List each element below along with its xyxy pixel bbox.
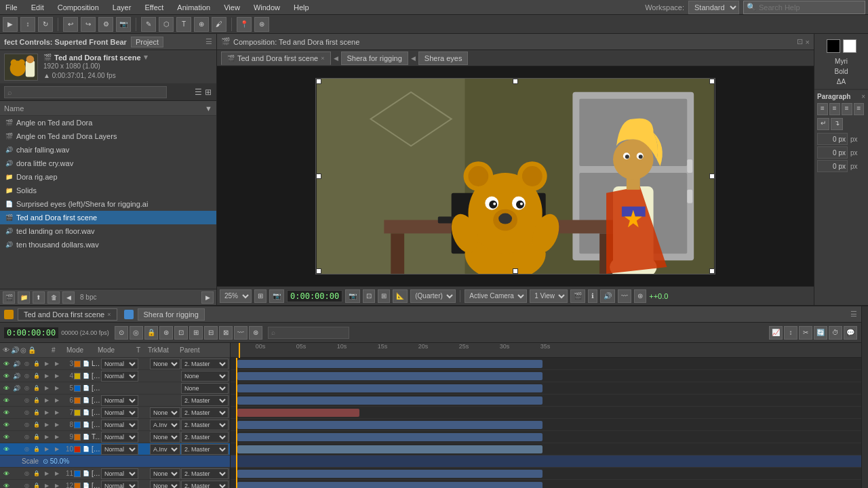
layer-solo-btn[interactable]: ◎ xyxy=(22,396,31,405)
layer-row[interactable]: 👁 🔊 ◎ 🔒 ▶ ▶ 5 📄 [chair falling.wav] None xyxy=(0,382,230,394)
indent-after-input[interactable] xyxy=(817,146,848,159)
handle-l[interactable] xyxy=(316,174,321,179)
layer-expand-btn[interactable]: ▶ xyxy=(42,469,52,479)
tc-motion-btn[interactable]: 〰 xyxy=(234,326,248,340)
layer-expand-btn[interactable]: ▶ xyxy=(42,481,52,489)
layer-eye-btn[interactable]: 👁 xyxy=(1,469,11,479)
fit-to-screen-btn[interactable]: ⊞ xyxy=(254,289,267,303)
layer-color[interactable] xyxy=(74,361,81,367)
layer-parent-select[interactable]: 2. Master xyxy=(181,359,229,369)
menu-layer[interactable]: Layer xyxy=(110,2,134,13)
layer-shy-btn[interactable]: ▶ xyxy=(52,359,62,369)
background-swatch[interactable] xyxy=(843,39,856,53)
layer-expand-btn[interactable]: ▶ xyxy=(42,408,52,418)
layer-audio-btn[interactable] xyxy=(12,469,21,479)
grid-btn[interactable]: ⊞ xyxy=(378,289,390,303)
handle-tr[interactable] xyxy=(709,79,715,84)
text-align-icon[interactable]: ΔA xyxy=(834,77,848,86)
prev-btn[interactable]: ◀ xyxy=(62,291,75,304)
timeline-tracks[interactable]: 00s 05s 10s 15s 20s 25s 30s 35s xyxy=(231,343,861,488)
layer-audio-btn[interactable]: 🔊 xyxy=(12,359,21,369)
tab-shera-eyes[interactable]: Shera eyes xyxy=(418,52,469,65)
track-row[interactable] xyxy=(231,419,861,431)
layer-eye-btn[interactable]: 👁 xyxy=(1,445,11,454)
layer-expand-btn[interactable]: ▶ xyxy=(42,420,52,430)
guides-btn[interactable]: 📐 xyxy=(393,289,408,303)
menu-composition[interactable]: Composition xyxy=(55,2,102,13)
tc-blend-btn[interactable]: ⊟ xyxy=(204,326,218,340)
list-item[interactable]: 🎬 Angle on Ted and Dora xyxy=(0,116,216,129)
layer-mode-select[interactable]: Normal xyxy=(101,420,138,430)
tool-text[interactable]: T xyxy=(176,17,191,32)
camera-select[interactable]: Active Camera xyxy=(465,289,527,303)
align-right-btn[interactable]: ≡ xyxy=(842,103,852,115)
layer-shy-btn[interactable]: ▶ xyxy=(52,481,62,489)
sort-icon[interactable]: ▼ xyxy=(205,104,212,113)
layer-row[interactable]: 👁 ◎ 🔒 ▶ ▶ 8 📄 [Bench/...n Ted and Dora.a… xyxy=(0,419,230,431)
tool-settings[interactable]: ⚙ xyxy=(98,17,113,32)
layer-expand-btn[interactable]: ▶ xyxy=(42,359,52,369)
tc-3d-btn[interactable]: ⊛ xyxy=(249,326,262,340)
new-folder-btn[interactable]: 📁 xyxy=(18,291,30,304)
render-btn[interactable]: 🎬 xyxy=(570,289,585,303)
tc-flow-btn[interactable]: ↕ xyxy=(784,326,797,340)
layer-mode-select[interactable]: Normal xyxy=(101,432,138,443)
view-select[interactable]: 1 View xyxy=(530,289,568,303)
layer-lock-btn[interactable]: 🔒 xyxy=(32,371,41,381)
layer-expand-btn[interactable]: ▶ xyxy=(42,396,52,405)
tool-rotate[interactable]: ↻ xyxy=(38,17,53,32)
layer-solo-btn[interactable]: ◎ xyxy=(22,359,31,369)
layer-shy-btn[interactable]: ▶ xyxy=(52,445,62,454)
layer-lock-btn[interactable]: 🔒 xyxy=(32,396,41,405)
layer-audio-btn[interactable] xyxy=(12,408,21,418)
timeline-search-input[interactable] xyxy=(268,327,349,339)
layer-audio-btn[interactable] xyxy=(12,396,21,405)
layer-solo-btn[interactable]: ◎ xyxy=(22,420,31,430)
layer-lock-btn[interactable]: 🔒 xyxy=(32,432,41,442)
handle-t[interactable] xyxy=(513,79,518,84)
workspace-select[interactable]: Standard xyxy=(688,1,739,14)
layer-eye-btn[interactable]: 👁 xyxy=(1,359,11,369)
layer-solo-btn[interactable]: ◎ xyxy=(22,408,31,418)
layer-parent-select[interactable]: 2. Master xyxy=(181,395,229,406)
layer-trkmat-select[interactable]: None xyxy=(150,407,180,418)
layer-audio-btn[interactable] xyxy=(12,445,21,454)
layer-trkmat-select[interactable]: None xyxy=(150,481,180,489)
layer-parent-select[interactable]: 2. Master xyxy=(181,407,229,418)
track-row[interactable] xyxy=(231,468,861,480)
handle-tl[interactable] xyxy=(316,79,321,84)
layer-row[interactable]: 👁 ◎ 🔒 ▶ ▶ 9 📄 Ted mask Normal None 2. Ma… xyxy=(0,431,230,443)
motion-btn[interactable]: 〰 xyxy=(618,289,631,303)
list-item[interactable]: 🔊 chair falling.wav xyxy=(0,143,216,157)
layer-eye-btn[interactable]: 👁 xyxy=(1,481,11,489)
timeline-tab-main[interactable]: Ted and Dora first scene × xyxy=(18,308,117,321)
layer-solo-btn[interactable]: ◎ xyxy=(22,469,31,479)
layer-shy-btn[interactable]: ▶ xyxy=(52,408,62,418)
track-row[interactable] xyxy=(231,407,861,419)
panel-menu-icon[interactable]: ☰ xyxy=(205,37,212,46)
tool-shape[interactable]: ⬡ xyxy=(159,17,174,32)
layer-lock-btn[interactable]: 🔒 xyxy=(32,481,41,489)
menu-edit[interactable]: Edit xyxy=(28,2,47,13)
3d-btn[interactable]: ⊛ xyxy=(634,289,646,303)
timeline-tab-shera[interactable]: Shera for rigging xyxy=(138,308,205,321)
tc-collapse-btn[interactable]: ⊡ xyxy=(174,326,188,340)
tc-trim-btn[interactable]: ✂ xyxy=(799,326,812,340)
timeline-tab-main-close[interactable]: × xyxy=(107,311,111,318)
list-item[interactable]: 📁 Solids xyxy=(0,184,216,197)
timeline-panel-menu[interactable]: ☰ xyxy=(850,310,857,319)
menu-view[interactable]: View xyxy=(221,2,243,13)
layer-color[interactable] xyxy=(74,483,81,489)
layer-lock-btn[interactable]: 🔒 xyxy=(32,445,41,454)
layer-parent-select[interactable]: None xyxy=(181,383,229,394)
layer-color[interactable] xyxy=(74,422,81,428)
tc-graph-btn[interactable]: 📈 xyxy=(769,326,783,340)
layer-expand-btn[interactable]: ▶ xyxy=(42,432,52,442)
list-view-icon[interactable]: ☰ xyxy=(194,87,203,98)
track-row[interactable] xyxy=(231,382,861,394)
layer-mode-select[interactable]: Normal xyxy=(101,359,138,369)
tool-redo[interactable]: ↪ xyxy=(81,17,96,32)
tool-roto[interactable]: ⊛ xyxy=(254,17,269,32)
layer-shy-btn[interactable]: ▶ xyxy=(52,371,62,381)
tc-solo-btn[interactable]: ◎ xyxy=(130,326,143,340)
